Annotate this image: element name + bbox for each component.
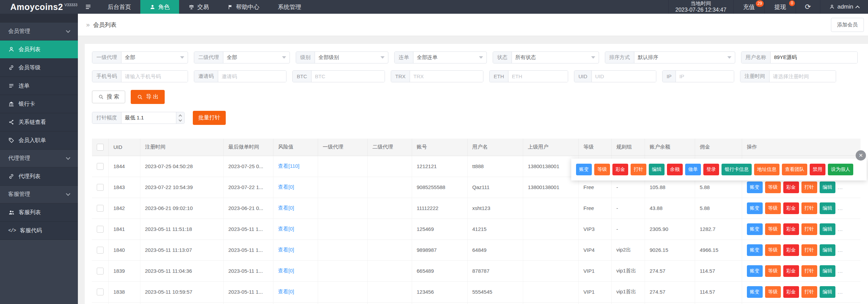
set-fake-user-button[interactable]: 设为假人 [828,164,853,175]
nav-item-help-center[interactable]: 帮助中心 [218,0,269,14]
bank-card-info-button[interactable]: 银行卡信息 [722,164,752,175]
account-change-button[interactable]: 账变 [747,182,763,193]
trx-input[interactable] [410,71,483,82]
select-all-checkbox[interactable] [97,144,104,151]
sidebar-group-service-management[interactable]: 客服管理 [0,186,78,203]
row-checkbox[interactable] [97,205,104,212]
search-button[interactable]: 搜 索 [92,91,125,103]
invite-code-input[interactable] [218,71,286,82]
bonus-button[interactable]: 彩金 [783,223,799,235]
edit-button[interactable]: 编辑 [820,202,835,214]
quantity-stepper[interactable] [176,112,184,124]
bonus-button[interactable]: 彩金 [783,244,799,256]
more-actions-link[interactable]: ... [838,268,843,274]
export-button[interactable]: 导 出 [131,90,164,104]
inject-button[interactable]: 打针 [631,164,646,175]
bonus-button[interactable]: 彩金 [783,265,799,277]
edit-button[interactable]: 编辑 [820,265,835,277]
row-checkbox[interactable] [97,226,104,233]
more-actions-link[interactable]: ... [838,205,843,211]
more-actions-link[interactable]: ... [838,184,843,190]
sidebar-group-member-management[interactable]: 会员管理 [0,23,78,40]
sidebar-item-member-entry-form[interactable]: 会员入职单 [0,131,78,150]
sidebar-item-agent-list[interactable]: 代理列表 [0,167,78,186]
sidebar-item-bank-card[interactable]: 银行卡 [0,95,78,113]
add-member-button[interactable]: 添加会员 [831,18,864,32]
level-button[interactable]: 等级 [765,244,781,256]
nav-item-dashboard[interactable]: 后台首页 [98,0,140,14]
inject-button[interactable]: 打针 [801,223,817,235]
view-team-button[interactable]: 查看团队 [782,164,807,175]
edit-button[interactable]: 编辑 [820,286,835,298]
risk-view-link[interactable]: 查看[0] [278,268,294,273]
bonus-button[interactable]: 彩金 [783,202,799,214]
risk-view-link[interactable]: 查看[0] [278,205,294,211]
agent2-select[interactable]: 全部 [223,52,290,63]
nav-item-trade[interactable]: 交易 [179,0,218,14]
account-change-button[interactable]: 账变 [747,265,763,277]
account-change-button[interactable]: 账变 [747,223,763,235]
sidebar-item-service-code[interactable]: </> 客服代码 [0,222,78,240]
level-button[interactable]: 等级 [765,202,781,214]
account-change-button[interactable]: 账变 [747,244,763,256]
sidebar-item-service-list[interactable]: 客服列表 [0,203,78,222]
inject-button[interactable]: 打针 [801,265,817,277]
sidebar-toggle-button[interactable] [78,0,98,14]
bonus-button[interactable]: 彩金 [783,182,799,193]
reg-time-input[interactable] [770,71,836,82]
phone-input[interactable] [121,71,188,82]
row-checkbox[interactable] [97,289,104,295]
sort-select[interactable]: 默认排序 [634,52,735,63]
nav-item-roles[interactable]: 角色 [140,0,179,14]
sidebar-item-member-list[interactable]: 会员列表 [0,40,78,59]
sidebar-group-agent-management[interactable]: 代理管理 [0,150,78,167]
level-button[interactable]: 等级 [765,265,781,277]
risk-view-link[interactable]: 查看[0] [278,184,294,190]
inject-button[interactable]: 打针 [801,244,817,256]
risk-view-link[interactable]: 查看[0] [278,247,294,253]
ip-input[interactable] [676,71,734,82]
account-change-button[interactable]: 账变 [576,164,592,175]
row-checkbox[interactable] [97,247,104,254]
disable-button[interactable]: 禁用 [810,164,825,175]
inject-amplitude-input[interactable] [121,112,176,124]
user-menu[interactable]: admin [820,0,868,14]
status-select[interactable]: 所有状态 [512,52,599,63]
level-select[interactable]: 全部级别 [315,52,388,63]
edit-button[interactable]: 编辑 [820,182,835,193]
bonus-button[interactable]: 彩金 [783,286,799,298]
more-actions-link[interactable]: ... [838,226,843,232]
level-button[interactable]: 等级 [765,182,781,193]
account-change-button[interactable]: 账变 [747,286,763,298]
inject-button[interactable]: 打针 [801,286,817,298]
username-input[interactable] [771,52,857,63]
level-button[interactable]: 等级 [765,223,781,235]
address-info-button[interactable]: 地址信息 [754,164,779,175]
sidebar-item-member-level[interactable]: 会员等级 [0,59,78,77]
sidebar-item-relation-chain[interactable]: 关系链查看 [0,113,78,131]
row-checkbox[interactable] [97,268,104,274]
refresh-button[interactable]: ⟳ [796,0,820,14]
close-popup-button[interactable]: ✕ [856,150,866,161]
account-change-button[interactable]: 账变 [747,202,763,214]
chain-select[interactable]: 全部连单 [413,52,486,63]
make-order-button[interactable]: 做单 [685,164,701,175]
uid-input[interactable] [592,71,656,82]
level-button[interactable]: 等级 [594,164,610,175]
login-button[interactable]: 登录 [703,164,719,175]
inject-button[interactable]: 打针 [801,182,817,193]
edit-button[interactable]: 编辑 [820,244,835,256]
row-checkbox[interactable] [97,163,104,170]
edit-button[interactable]: 编辑 [649,164,665,175]
more-actions-link[interactable]: ... [838,247,843,253]
level-button[interactable]: 等级 [765,286,781,298]
recharge-menu[interactable]: 充值 29 [733,0,764,14]
edit-button[interactable]: 编辑 [820,223,835,235]
more-actions-link[interactable]: ... [838,289,843,295]
bonus-button[interactable]: 彩金 [612,164,628,175]
risk-view-link[interactable]: 查看[0] [278,226,294,232]
row-checkbox[interactable] [97,184,104,191]
agent1-select[interactable]: 全部 [121,52,188,63]
risk-view-link[interactable]: 查看[0] [278,289,294,294]
balance-button[interactable]: 余额 [667,164,683,175]
